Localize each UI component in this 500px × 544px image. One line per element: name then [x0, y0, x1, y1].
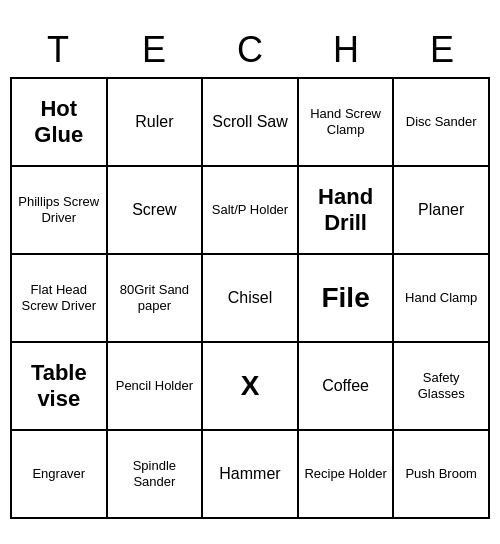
header-letter-C-2: C: [202, 25, 298, 75]
cell-text-14: Hand Clamp: [405, 290, 477, 306]
cell-text-0: Hot Glue: [16, 96, 102, 149]
cell-text-21: Spindle Sander: [112, 458, 198, 489]
cell-text-24: Push Broom: [405, 466, 477, 482]
bingo-cell-13[interactable]: File: [299, 255, 395, 343]
cell-text-16: Pencil Holder: [116, 378, 193, 394]
bingo-cell-9[interactable]: Planer: [394, 167, 490, 255]
header-letter-E-1: E: [106, 25, 202, 75]
bingo-cell-7[interactable]: Salt/P Holder: [203, 167, 299, 255]
cell-text-7: Salt/P Holder: [212, 202, 288, 218]
bingo-cell-10[interactable]: Flat Head Screw Driver: [12, 255, 108, 343]
bingo-cell-2[interactable]: Scroll Saw: [203, 79, 299, 167]
bingo-cell-3[interactable]: Hand Screw Clamp: [299, 79, 395, 167]
bingo-card: TECHE Hot GlueRulerScroll SawHand Screw …: [10, 25, 490, 519]
cell-text-10: Flat Head Screw Driver: [16, 282, 102, 313]
bingo-cell-11[interactable]: 80Grit Sand paper: [108, 255, 204, 343]
bingo-cell-0[interactable]: Hot Glue: [12, 79, 108, 167]
bingo-cell-19[interactable]: Safety Glasses: [394, 343, 490, 431]
cell-text-19: Safety Glasses: [398, 370, 484, 401]
header-letter-H-3: H: [298, 25, 394, 75]
cell-text-6: Screw: [132, 200, 176, 219]
bingo-cell-1[interactable]: Ruler: [108, 79, 204, 167]
bingo-cell-21[interactable]: Spindle Sander: [108, 431, 204, 519]
bingo-cell-5[interactable]: Phillips Screw Driver: [12, 167, 108, 255]
cell-text-17: X: [241, 369, 260, 403]
bingo-cell-18[interactable]: Coffee: [299, 343, 395, 431]
header-letter-E-4: E: [394, 25, 490, 75]
bingo-cell-20[interactable]: Engraver: [12, 431, 108, 519]
cell-text-23: Recipe Holder: [304, 466, 386, 482]
cell-text-1: Ruler: [135, 112, 173, 131]
cell-text-8: Hand Drill: [303, 184, 389, 237]
cell-text-22: Hammer: [219, 464, 280, 483]
bingo-grid: Hot GlueRulerScroll SawHand Screw ClampD…: [10, 77, 490, 519]
cell-text-11: 80Grit Sand paper: [112, 282, 198, 313]
bingo-cell-22[interactable]: Hammer: [203, 431, 299, 519]
cell-text-13: File: [321, 281, 369, 315]
bingo-cell-16[interactable]: Pencil Holder: [108, 343, 204, 431]
bingo-cell-15[interactable]: Table vise: [12, 343, 108, 431]
bingo-cell-12[interactable]: Chisel: [203, 255, 299, 343]
cell-text-18: Coffee: [322, 376, 369, 395]
cell-text-3: Hand Screw Clamp: [303, 106, 389, 137]
bingo-cell-17[interactable]: X: [203, 343, 299, 431]
cell-text-20: Engraver: [32, 466, 85, 482]
bingo-cell-23[interactable]: Recipe Holder: [299, 431, 395, 519]
bingo-cell-24[interactable]: Push Broom: [394, 431, 490, 519]
header-row: TECHE: [10, 25, 490, 75]
bingo-cell-4[interactable]: Disc Sander: [394, 79, 490, 167]
cell-text-4: Disc Sander: [406, 114, 477, 130]
cell-text-9: Planer: [418, 200, 464, 219]
cell-text-2: Scroll Saw: [212, 112, 288, 131]
cell-text-15: Table vise: [16, 360, 102, 413]
cell-text-12: Chisel: [228, 288, 272, 307]
header-letter-T-0: T: [10, 25, 106, 75]
bingo-cell-6[interactable]: Screw: [108, 167, 204, 255]
bingo-cell-14[interactable]: Hand Clamp: [394, 255, 490, 343]
cell-text-5: Phillips Screw Driver: [16, 194, 102, 225]
bingo-cell-8[interactable]: Hand Drill: [299, 167, 395, 255]
